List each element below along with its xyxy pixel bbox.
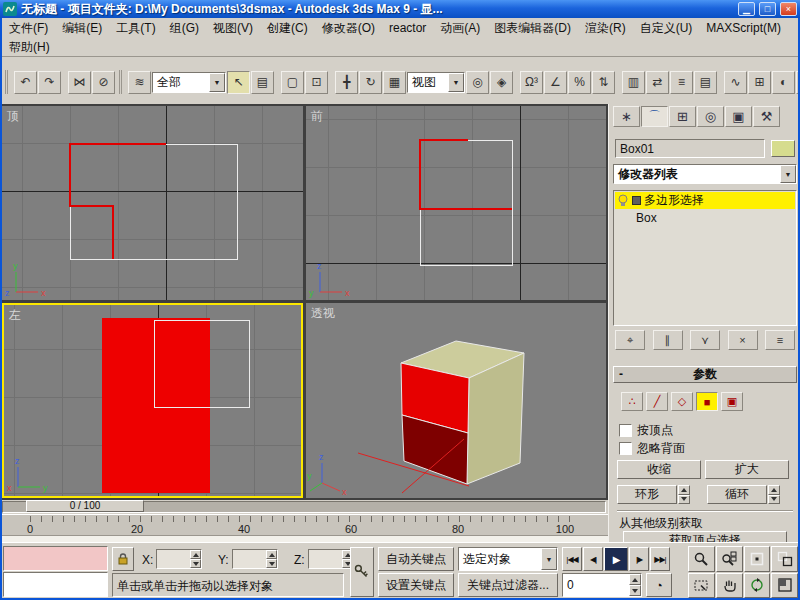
arc-rotate-button[interactable] [744,573,771,599]
viewport-perspective-label[interactable]: 透视 [311,305,335,322]
align-button[interactable]: ≡ [670,71,693,94]
x-coordinate-field[interactable] [156,549,202,569]
zoom-region-button[interactable] [688,573,715,599]
reference-coordinate-system-dropdown[interactable]: 视图 ▼ [407,72,465,93]
current-frame-field[interactable]: 0 [562,573,642,597]
menu-tools[interactable]: 工具(T) [109,19,162,38]
tab-motion[interactable]: ◎ [697,106,724,127]
schematic-view-button[interactable]: ⊞ [748,71,771,94]
maxscript-macro-recorder[interactable] [3,546,108,571]
percent-snap-toggle-button[interactable]: % [568,71,591,94]
select-and-scale-button[interactable]: ▦ [383,71,406,94]
configure-modifier-sets-button[interactable]: ≡ [765,330,795,350]
unlink-selection-button[interactable]: ⊘ [92,71,115,94]
go-to-end-button[interactable]: ▶▶| [650,547,670,571]
minimize-button[interactable]: ▁ [738,2,755,16]
ring-button[interactable]: 环形 [617,485,677,504]
modifier-stack-item-poly-select[interactable]: 多边形选择 [615,192,795,209]
redo-button[interactable]: ↷ [38,71,61,94]
tab-utilities[interactable]: ⚒ [753,106,780,127]
next-frame-button[interactable]: |▶ [629,547,649,571]
perspective-viewport-canvas[interactable]: z x y [306,303,606,498]
spinner-snap-toggle-button[interactable]: ⇅ [592,71,615,94]
spinner-up-icon[interactable] [678,485,690,495]
spinner-down-icon[interactable] [266,559,277,568]
ignore-backfacing-checkbox[interactable] [619,442,632,455]
z-coordinate-field[interactable] [308,549,354,569]
tab-hierarchy[interactable]: ⊞ [669,106,696,127]
set-key-mode-toggle[interactable] [350,547,374,597]
select-by-name-button[interactable]: ▤ [251,71,274,94]
toolbar-drag-handle[interactable] [5,70,10,94]
select-and-manipulate-button[interactable]: ◈ [490,71,513,94]
box-wireframe-top[interactable] [70,144,237,259]
selection-filter-dropdown[interactable]: 全部 ▼ [152,72,226,93]
dropdown-arrow-icon[interactable]: ▼ [448,73,464,92]
object-name-field[interactable]: Box01 [615,139,765,158]
select-and-link-button[interactable]: ⋈ [68,71,91,94]
track-bar[interactable]: 0 20 40 60 80 100 [0,514,608,542]
maximize-viewport-toggle-button[interactable] [771,573,798,599]
time-slider-handle[interactable]: 0 / 100 [26,500,144,512]
remove-modifier-button[interactable]: × [728,330,758,350]
modifier-stack-item-box[interactable]: Box [615,209,795,226]
select-object-button[interactable]: ↖ [227,71,250,94]
material-editor-button[interactable]: ◐ [772,71,795,94]
mirror-button[interactable]: ⇄ [646,71,669,94]
menu-animation[interactable]: 动画(A) [433,19,487,38]
auto-key-button[interactable]: 自动关键点 [378,547,454,571]
loop-button[interactable]: 循环 [707,485,767,504]
left-viewport-canvas[interactable]: z y x [4,305,301,496]
viewport-top[interactable]: y x z 顶 [2,106,303,300]
selection-lock-toggle[interactable] [112,547,134,571]
layer-manager-button[interactable]: ▤ [694,71,717,94]
use-pivot-point-center-button[interactable]: ◎ [466,71,489,94]
window-crossing-toggle-button[interactable]: ⊡ [305,71,328,94]
make-unique-button[interactable]: ⋎ [690,330,720,350]
selected-polygon-fill[interactable] [102,318,210,493]
titlebar[interactable]: 无标题 - 项目文件夹: D:\My Documents\3dsmax - Au… [0,0,800,18]
zoom-button[interactable] [688,546,715,572]
viewport-left-label[interactable]: 左 [9,307,21,324]
element-subobject-button[interactable]: ▣ [721,392,743,411]
spinner-up-icon[interactable] [768,485,780,495]
spinner-up-icon[interactable] [266,550,277,559]
by-vertex-checkbox[interactable] [619,424,632,437]
zoom-extents-all-button[interactable] [771,546,798,572]
x-spinner[interactable] [190,550,201,568]
curve-editor-button[interactable]: ∿ [724,71,747,94]
menu-modifiers[interactable]: 修改器(O) [315,19,382,38]
menu-maxscript[interactable]: MAXScript(M) [699,19,788,38]
tab-display[interactable]: ▣ [725,106,752,127]
top-viewport-canvas[interactable]: y x z [2,106,303,300]
tab-modify[interactable]: ⌒ [641,106,668,127]
modifier-list-dropdown[interactable]: 修改器列表 ▼ [613,164,797,184]
key-filters-button[interactable]: 关键点过滤器... [458,573,558,597]
menu-create[interactable]: 创建(C) [260,19,315,38]
menu-views[interactable]: 视图(V) [206,19,260,38]
spinner-up-icon[interactable] [629,574,641,585]
spinner-up-icon[interactable] [190,550,201,559]
go-to-start-button[interactable]: |◀◀ [562,547,582,571]
edit-named-selection-sets-button[interactable]: ▥ [622,71,645,94]
ring-spinner[interactable] [678,485,690,504]
menu-customize[interactable]: 自定义(U) [633,19,700,38]
maxscript-mini-listener[interactable] [3,572,108,597]
menu-rendering[interactable]: 渲染(R) [578,19,633,38]
spinner-down-icon[interactable] [190,559,201,568]
menu-file[interactable]: 文件(F) [2,19,55,38]
select-and-move-button[interactable]: ╋ [335,71,358,94]
play-animation-button[interactable]: ▶ [604,547,628,571]
zoom-extents-button[interactable] [744,546,771,572]
close-button[interactable]: × [780,2,797,16]
rollout-collapse-icon[interactable]: - [619,367,623,382]
parameters-rollout-header[interactable]: - 参数 [613,366,797,383]
border-subobject-button[interactable]: ◇ [671,392,693,411]
object-color-swatch[interactable] [771,140,795,157]
viewport-perspective[interactable]: z x y 透视 [306,303,606,498]
menu-reactor[interactable]: reactor [382,19,433,38]
viewport-top-label[interactable]: 顶 [7,108,19,125]
spinner-down-icon[interactable] [629,585,641,596]
viewport-left-active[interactable]: z y x 左 [2,303,303,498]
select-and-rotate-button[interactable]: ↻ [359,71,382,94]
